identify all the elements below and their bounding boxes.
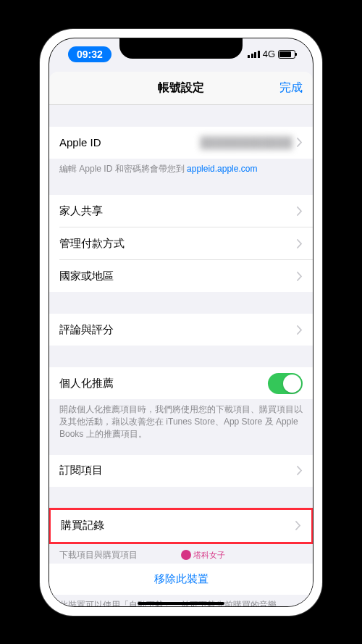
network-label: 4G	[263, 49, 275, 59]
remove-device-group: 移除此裝置	[49, 564, 313, 595]
apple-id-row[interactable]: Apple ID ████████████	[49, 127, 313, 159]
personalized-recommendations-row: 個人化推薦	[49, 367, 313, 399]
country-region-row[interactable]: 國家或地區	[49, 260, 313, 292]
chevron-right-icon	[297, 466, 303, 475]
ratings-reviews-row[interactable]: 評論與評分	[49, 314, 313, 346]
subscriptions-group: 訂閱項目	[49, 455, 313, 487]
status-time: 09:32	[68, 46, 111, 62]
account-group: Apple ID ████████████	[49, 127, 313, 159]
home-indicator[interactable]	[138, 602, 224, 605]
apple-id-footer: 編輯 Apple ID 和密碼將會帶您到 appleid.apple.com	[49, 159, 313, 178]
personalized-footer: 開啟個人化推薦項目時，我們將使用您的下載項目、購買項目以及其他活動，藉以改善您在…	[49, 399, 313, 443]
status-indicators: 4G	[248, 49, 295, 59]
chevron-right-icon	[297, 206, 303, 216]
apple-id-value: ████████████	[200, 136, 292, 149]
chevron-right-icon	[297, 138, 303, 147]
chevron-right-icon	[295, 521, 301, 530]
personalized-group: 個人化推薦	[49, 367, 313, 399]
appleid-link[interactable]: appleid.apple.com	[187, 164, 257, 174]
purchase-history-row[interactable]: 購買記錄	[51, 510, 311, 542]
page-title: 帳號設定	[158, 80, 204, 96]
modal-header: 帳號設定 完成	[49, 72, 313, 105]
content[interactable]: Apple ID ████████████ 編輯 Apple ID 和密碼將會帶…	[49, 105, 313, 606]
ratings-group: 評論與評分	[49, 314, 313, 346]
done-button[interactable]: 完成	[279, 80, 303, 96]
personalized-toggle[interactable]	[268, 373, 303, 394]
watermark-icon	[181, 550, 191, 560]
chevron-right-icon	[297, 272, 303, 281]
screen: 09:32 4G 帳號設定 完成 Apple ID ████████████ 編	[49, 38, 313, 607]
phone-frame: 09:32 4G 帳號設定 完成 Apple ID ████████████ 編	[40, 29, 322, 616]
purchase-history-group: 購買記錄	[49, 508, 313, 544]
chevron-right-icon	[297, 325, 303, 335]
chevron-right-icon	[297, 239, 303, 248]
battery-icon	[278, 50, 295, 59]
family-sharing-row[interactable]: 家人共享	[49, 195, 313, 227]
apple-id-label: Apple ID	[59, 136, 200, 149]
notch	[119, 38, 243, 59]
remove-device-button[interactable]: 移除此裝置	[49, 564, 313, 595]
watermark: 塔科女子	[181, 550, 225, 561]
signal-icon	[248, 50, 260, 58]
payment-method-row[interactable]: 管理付款方式	[49, 227, 313, 259]
settings-group-1: 家人共享 管理付款方式 國家或地區	[49, 195, 313, 292]
subscriptions-row[interactable]: 訂閱項目	[49, 455, 313, 487]
downloads-purchases-label: 下載項目與購買項目 塔科女子	[49, 543, 313, 564]
